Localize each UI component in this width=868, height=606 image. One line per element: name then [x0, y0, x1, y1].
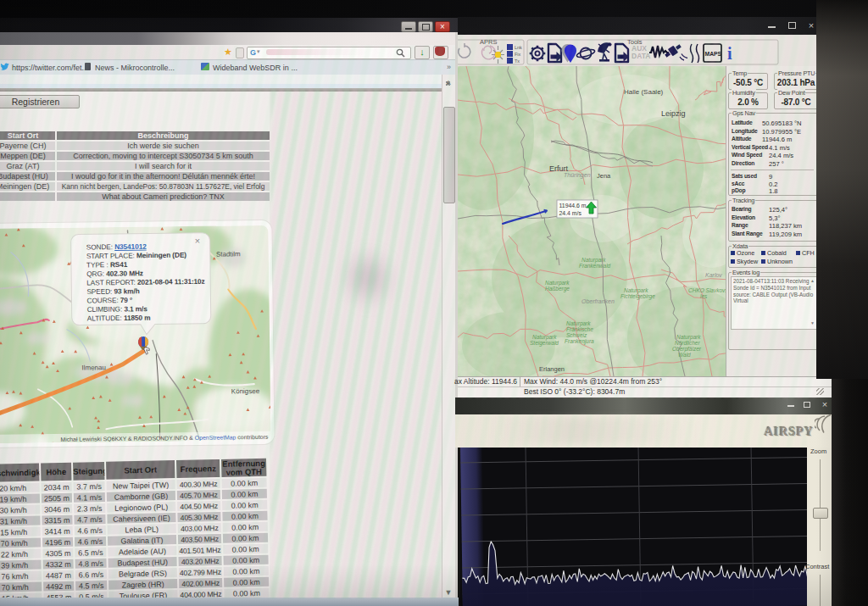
- svg-text:i: i: [727, 44, 732, 63]
- svg-text:Steigerwald: Steigerwald: [530, 340, 559, 347]
- svg-text:SONDE: N3541012: SONDE: N3541012: [86, 242, 147, 252]
- svg-text:SPEED: 93 km/h: SPEED: 93 km/h: [86, 286, 139, 296]
- svg-text:Tx: Tx: [515, 58, 520, 64]
- svg-text:Halle (Saale): Halle (Saale): [624, 88, 664, 96]
- svg-text:COURSE: 79 °: COURSE: 79 °: [86, 296, 132, 305]
- svg-text:LAST REPORT: 2021-08-04 11:31:: LAST REPORT: 2021-08-04 11:31:10z: [86, 277, 205, 287]
- svg-text:Thüringen: Thüringen: [564, 172, 591, 179]
- svg-text:TYPE : RS41: TYPE : RS41: [86, 260, 128, 270]
- svg-text:Jena: Jena: [597, 172, 611, 180]
- svg-text:24.4 m/s: 24.4 m/s: [559, 210, 582, 216]
- svg-text:Ilmenau: Ilmenau: [81, 364, 106, 371]
- svg-text:Frankenwald: Frankenwald: [579, 263, 611, 269]
- svg-text:les: les: [700, 293, 708, 299]
- svg-text:Fichtelgebirge: Fichtelgebirge: [620, 293, 655, 300]
- svg-text:Oberfranken: Oberfranken: [581, 298, 615, 304]
- svg-text:Schweiz: Schweiz: [566, 332, 587, 338]
- svg-text:Fix: Fix: [515, 52, 521, 57]
- svg-text:CLIMBING: 3.1 m/s: CLIMBING: 3.1 m/s: [87, 304, 148, 314]
- svg-text:DATA: DATA: [632, 52, 650, 60]
- svg-text:Königsee: Königsee: [231, 387, 260, 395]
- svg-text:Frankenjura: Frankenjura: [565, 338, 594, 345]
- svg-text:Fränkische: Fränkische: [566, 326, 593, 332]
- svg-text:MAPS: MAPS: [705, 51, 722, 57]
- svg-text:Erlangen: Erlangen: [539, 365, 565, 373]
- svg-text:ALTITUDE: 11850 m: ALTITUDE: 11850 m: [87, 314, 151, 323]
- svg-text:Nördlicher: Nördlicher: [675, 340, 700, 346]
- svg-text:START PLACE: Meiningen (DE): START PLACE: Meiningen (DE): [86, 251, 187, 260]
- svg-text:CHKO Slavkovský: CHKO Slavkovský: [688, 287, 731, 294]
- svg-text:Haßberge: Haßberge: [545, 286, 570, 292]
- svg-text:×: ×: [195, 236, 201, 246]
- svg-text:Karlov: Karlov: [705, 272, 722, 278]
- svg-text:Leipzig: Leipzig: [661, 109, 686, 118]
- svg-text:QRG: 402.30 MHz: QRG: 402.30 MHz: [86, 269, 143, 278]
- svg-text:Wald: Wald: [678, 352, 691, 358]
- svg-text:11944.6 m: 11944.6 m: [559, 203, 587, 208]
- svg-text:APRS: APRS: [480, 38, 497, 46]
- svg-text:Lnk: Lnk: [515, 45, 522, 50]
- svg-text:Stadtilm: Stadtilm: [216, 250, 241, 258]
